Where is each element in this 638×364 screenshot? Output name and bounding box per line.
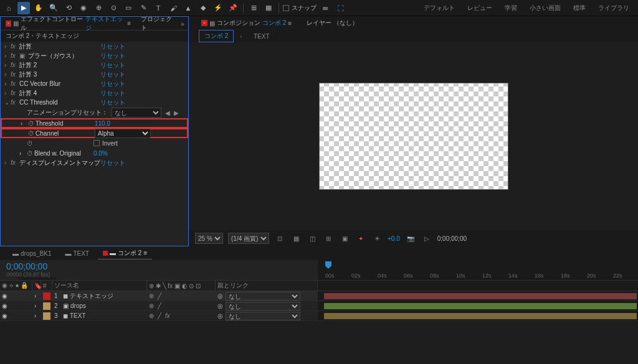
zoom-tool-icon[interactable]: 🔍 — [47, 2, 60, 14]
blend-value[interactable]: 0.0% — [93, 150, 108, 157]
comp-subtab-text[interactable]: TEXT — [249, 32, 275, 41]
more-icon[interactable]: » — [181, 20, 188, 27]
time-tick: 10s — [456, 273, 465, 279]
grid-icon[interactable]: ⊞ — [323, 233, 334, 244]
effect-row-threshold[interactable]: ⌄fxCC Thresholdリセット — [1, 98, 188, 107]
snap-opts-icon[interactable]: ⩸ — [319, 2, 331, 14]
source-col[interactable]: ソース名 — [52, 281, 147, 291]
close-icon[interactable] — [103, 251, 108, 256]
zoom-select[interactable]: 25 % — [195, 233, 223, 244]
time-tick: 00s — [325, 273, 335, 279]
layer-row[interactable]: ◉ › 2 ▣drops ⊕╱ ◎なし — [0, 301, 638, 311]
snap-checkbox[interactable] — [283, 5, 289, 11]
layer-tab[interactable]: レイヤー （なし） — [302, 17, 363, 29]
parent-col[interactable]: 親とリンク — [216, 281, 318, 291]
close-icon[interactable]: × — [201, 20, 207, 26]
grid-icon[interactable]: ⊞ — [247, 2, 260, 14]
comp-tab[interactable]: × ▦ コンポジション コンポ 2 ≡ — [196, 17, 297, 29]
effect-row[interactable]: ›fx計算リセット — [1, 42, 188, 51]
effect-row[interactable]: ›fx計算 4リセット — [1, 88, 188, 98]
exposure-value[interactable]: +0.0 — [388, 235, 400, 242]
effect-row[interactable]: ›fxCC Vector Blurリセット — [1, 79, 188, 88]
playhead[interactable] — [325, 261, 331, 269]
timeline-tab-active[interactable]: ▬コンポ 2≡ — [98, 248, 152, 259]
exposure-icon[interactable]: ☀ — [371, 233, 383, 244]
folder-icon: ▬ — [110, 250, 116, 256]
workspace-default[interactable]: デフォルト — [417, 1, 461, 15]
timeline-tab[interactable]: ▬drops_BK1 — [7, 249, 56, 258]
time-ruler[interactable]: 00s02s04s06s08s10s12s14s16s18s20s22s — [318, 260, 638, 280]
workspace-standard[interactable]: 標準 — [567, 1, 592, 15]
region-icon[interactable]: ⊡ — [274, 233, 285, 244]
timeline-tab[interactable]: ▬TEXT — [60, 249, 94, 258]
clone-tool-icon[interactable]: ▲ — [182, 2, 194, 14]
snap-mode-icon[interactable]: ⛶ — [334, 2, 346, 14]
stopwatch-icon[interactable]: ⏱ — [27, 140, 34, 147]
quality-select[interactable]: (1/4 画質) — [228, 233, 269, 244]
viewer[interactable] — [189, 42, 638, 230]
show-snapshot-icon[interactable]: ▷ — [421, 233, 432, 244]
viewer-timecode[interactable]: 0;00;00;00 — [437, 235, 467, 242]
threshold-value[interactable]: 110.0 — [95, 120, 110, 127]
align-icon[interactable]: ▦ — [262, 2, 275, 14]
stopwatch-icon[interactable]: ⏱ — [27, 150, 34, 157]
eraser-tool-icon[interactable]: ◆ — [197, 2, 209, 14]
roto-tool-icon[interactable]: ⚡ — [212, 2, 224, 14]
transparency-icon[interactable]: ▦ — [290, 233, 302, 244]
pen-tool-icon[interactable]: ✎ — [137, 2, 150, 14]
timeline-panel: ▬drops_BK1 ▬TEXT ▬コンポ 2≡ 0;00;00;00 0000… — [0, 246, 638, 364]
av-cols: ◉ ⟡ ● 🔒 — [0, 281, 32, 291]
stopwatch-icon[interactable]: ⏱ — [28, 120, 36, 127]
workspace-tabs: デフォルト レビュー 学習 小さい画面 標準 ライブラリ — [417, 1, 636, 15]
effect-row[interactable]: ›fx▣ブラー（ガウス）リセット — [1, 51, 188, 60]
close-icon[interactable]: × — [6, 21, 11, 27]
stopwatch-icon[interactable]: ⏱ — [28, 130, 36, 137]
puppet-tool-icon[interactable]: 📌 — [227, 2, 239, 14]
prev-preset-icon[interactable]: ◀ — [165, 110, 170, 116]
current-timecode[interactable]: 0;00;00;00 — [6, 261, 47, 271]
fps-label: 00000 (29.97 fps) — [6, 271, 312, 278]
effect-row[interactable]: ›fx計算 2リセット — [1, 60, 188, 70]
text-tool-icon[interactable]: T — [152, 2, 164, 14]
separator — [243, 3, 244, 13]
blend-prop[interactable]: › ⏱ Blend w. Original 0.0% — [1, 148, 188, 158]
layer-row[interactable]: ◉ › 1 ◼テキストエッジ ⊕╱ ◎なし — [0, 291, 638, 301]
pickwhip-icon: ◎ — [217, 292, 223, 299]
invert-prop[interactable]: ⏱ Invert — [1, 138, 188, 148]
channel-select[interactable]: Alpha — [95, 129, 151, 138]
effect-row[interactable]: ›fxディスプレイスメントマップリセット — [1, 158, 188, 167]
next-preset-icon[interactable]: ▶ — [174, 110, 179, 116]
workspace-library[interactable]: ライブラリ — [592, 1, 636, 15]
guides-icon[interactable]: ▣ — [339, 233, 350, 244]
brush-tool-icon[interactable]: 🖌 — [167, 2, 179, 14]
camera-tool-icon[interactable]: ⊕ — [92, 2, 105, 14]
shape-tool-icon[interactable]: ▭ — [122, 2, 135, 14]
channel-prop[interactable]: ⏱ Channel Alpha — [1, 128, 188, 138]
time-tick: 06s — [404, 273, 413, 279]
menu-icon[interactable]: ≡ — [127, 20, 131, 27]
workspace-small[interactable]: 小さい画面 — [523, 1, 567, 15]
workspace-learn[interactable]: 学習 — [498, 1, 523, 15]
selection-tool-icon[interactable]: ▶ — [17, 2, 30, 14]
workspace-review[interactable]: レビュー — [461, 1, 498, 15]
preset-select[interactable]: なし — [112, 108, 161, 118]
effect-row[interactable]: ›fx計算 3リセット — [1, 70, 188, 79]
orbit-tool-icon[interactable]: ⟲ — [62, 2, 75, 14]
canvas[interactable] — [319, 83, 508, 190]
invert-checkbox[interactable] — [93, 140, 100, 146]
pan-behind-tool-icon[interactable]: ⊙ — [107, 2, 120, 14]
mask-icon[interactable]: ◫ — [307, 233, 318, 244]
menu-icon[interactable]: ≡ — [288, 20, 292, 27]
switches-col: ⊕ ✱ ╲ fx ▣ ◐ ⊙ ⊡ — [147, 281, 216, 291]
channel-icon[interactable]: ✦ — [355, 233, 366, 244]
layer-row[interactable]: ◉ › 3 ◼TEXT ⊕╱fx ◎なし — [0, 311, 638, 321]
threshold-prop[interactable]: › ⏱ Threshold 110.0 — [1, 118, 188, 128]
hand-tool-icon[interactable]: ✋ — [32, 2, 45, 14]
menu-icon[interactable]: ≡ — [143, 250, 147, 256]
time-tick: 08s — [430, 273, 439, 279]
panel-subtitle: コンポ 2・テキストエッジ — [1, 30, 188, 42]
rotate-tool-icon[interactable]: ◉ — [77, 2, 90, 14]
comp-subtab[interactable]: コンポ 2 — [199, 30, 234, 42]
home-icon[interactable]: ⌂ — [2, 2, 15, 14]
snapshot-icon[interactable]: 📷 — [405, 233, 416, 244]
